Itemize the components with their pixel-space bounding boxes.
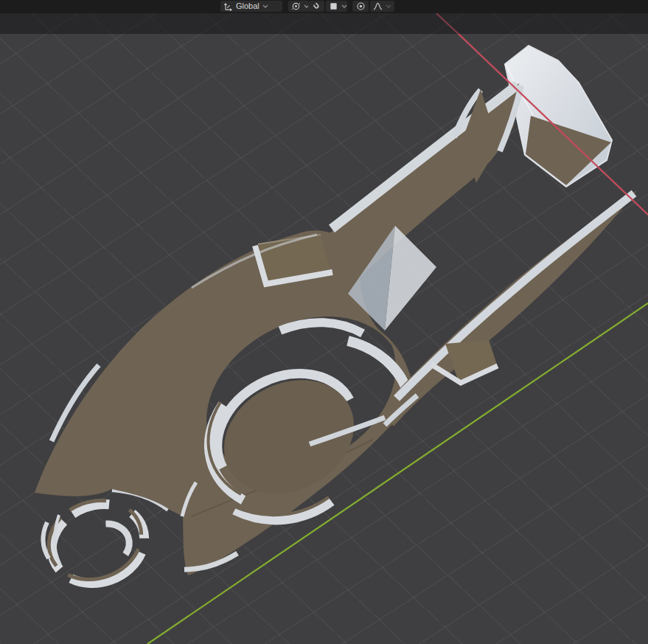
chevron-down-icon (262, 4, 268, 8)
axes-arrows-icon (223, 1, 233, 11)
model-body-surface (35, 230, 411, 575)
magnet-icon (312, 1, 321, 11)
proportional-editing-icon (356, 1, 366, 11)
snap-target-dropdown[interactable] (326, 1, 347, 12)
pivot-point-icon (291, 1, 301, 11)
blender-window: Global (0, 0, 648, 644)
pivot-point-dropdown[interactable] (288, 1, 309, 12)
proportional-editing-toggle[interactable] (352, 1, 369, 12)
viewport-scene (0, 0, 648, 644)
axis-x-line-dim (436, 13, 459, 34)
transform-orientation-dropdown[interactable]: Global (220, 1, 282, 12)
model-spring-band (280, 322, 363, 333)
chevron-down-icon (341, 4, 347, 8)
snap-toggle-button[interactable] (308, 1, 324, 12)
clamp-model[interactable] (35, 46, 637, 596)
model-right-arm (388, 190, 638, 426)
transform-orientation-label: Global (236, 1, 259, 12)
3d-viewport[interactable] (0, 13, 648, 644)
snap-increment-icon (329, 1, 338, 11)
falloff-curve-icon (373, 1, 383, 11)
viewport-header: Global (0, 0, 648, 13)
chevron-down-icon (386, 4, 391, 8)
proportional-falloff-dropdown[interactable] (370, 1, 394, 12)
